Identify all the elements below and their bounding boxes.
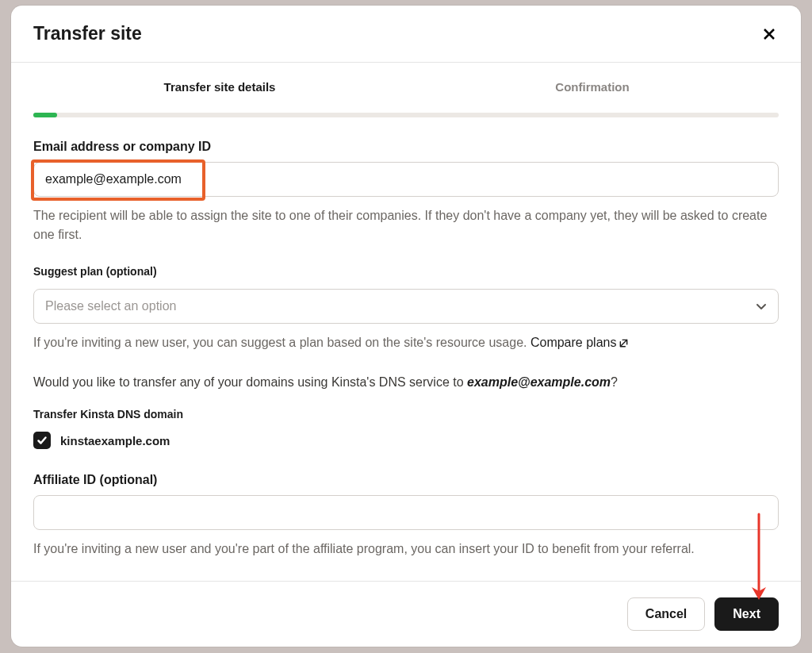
domain-label: kinstaexample.com	[60, 434, 170, 447]
transfer-site-modal: Transfer site Transfer site details Conf…	[11, 6, 801, 647]
affiliate-label: Affiliate ID (optional)	[33, 473, 779, 487]
email-input[interactable]	[33, 162, 779, 197]
domain-checkbox[interactable]	[33, 432, 51, 449]
plan-section: Suggest plan (optional) Please select an…	[33, 265, 779, 352]
next-button[interactable]: Next	[714, 597, 779, 631]
dns-question: Would you like to transfer any of your d…	[33, 373, 779, 392]
plan-placeholder: Please select an option	[45, 299, 176, 313]
affiliate-section: Affiliate ID (optional) If you're inviti…	[33, 473, 779, 559]
tab-confirmation[interactable]: Confirmation	[406, 80, 779, 105]
plan-helper: If you're inviting a new user, you can s…	[33, 333, 779, 352]
email-label: Email address or company ID	[33, 140, 779, 154]
email-section: Email address or company ID The recipien…	[33, 140, 779, 244]
affiliate-input[interactable]	[33, 495, 779, 530]
progress-track	[33, 113, 779, 117]
tab-details[interactable]: Transfer site details	[33, 80, 406, 105]
tabs: Transfer site details Confirmation	[33, 63, 779, 105]
compare-plans-link[interactable]: Compare plans	[530, 336, 630, 349]
modal-body: Transfer site details Confirmation Email…	[11, 63, 801, 581]
modal-title: Transfer site	[33, 23, 142, 44]
dns-label: Transfer Kinsta DNS domain	[33, 408, 779, 421]
domain-checkbox-row: kinstaexample.com	[33, 432, 779, 449]
email-input-wrapper	[33, 162, 779, 197]
affiliate-helper: If you're inviting a new user and you're…	[33, 540, 779, 559]
progress-fill	[33, 113, 57, 117]
modal-header: Transfer site	[11, 6, 801, 63]
modal-footer: Cancel Next	[11, 581, 801, 647]
chevron-down-icon	[756, 301, 767, 312]
plan-select[interactable]: Please select an option	[33, 289, 779, 324]
plan-select-wrapper: Please select an option	[33, 289, 779, 324]
check-icon	[36, 435, 48, 446]
close-button[interactable]	[760, 25, 779, 44]
dns-section: Would you like to transfer any of your d…	[33, 373, 779, 449]
plan-label: Suggest plan (optional)	[33, 265, 779, 278]
email-helper: The recipient will be able to assign the…	[33, 206, 779, 244]
external-link-icon	[619, 338, 629, 348]
cancel-button[interactable]: Cancel	[627, 597, 705, 631]
close-icon	[763, 28, 776, 40]
